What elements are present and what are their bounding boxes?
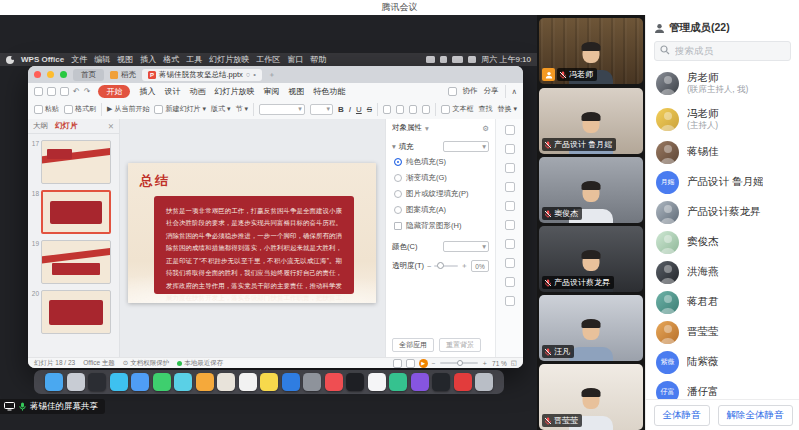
dock-app-icon[interactable] <box>217 373 235 391</box>
tab-document[interactable]: P 蒋锡佳脱贫攻坚总结.pptx ○ • <box>142 69 262 81</box>
ribbon-tab-animation[interactable]: 动画 <box>189 86 205 97</box>
member-row[interactable]: 月媱 产品设计 鲁月媱 <box>646 167 799 197</box>
option-hide-background[interactable]: 隐藏背景图形(H) <box>394 221 489 231</box>
new-slide-button[interactable]: 新建幻灯片▾ <box>154 104 206 114</box>
new-tab-button[interactable]: ＋ <box>268 70 276 80</box>
dock-app-icon[interactable] <box>153 373 171 391</box>
close-window-button[interactable] <box>34 71 41 78</box>
unmute-all-button[interactable]: 解除全体静音 <box>718 405 793 426</box>
transparency-slider[interactable] <box>434 265 457 267</box>
color-select[interactable]: ▾ <box>443 241 489 252</box>
member-row[interactable]: 洪海燕 <box>646 257 799 287</box>
option-solid-fill[interactable]: 纯色填充(S) <box>394 157 489 167</box>
more-tool-icon[interactable] <box>505 296 515 306</box>
slide-text-box[interactable]: 扶贫是一项非常艰巨的工作，打赢反贫困斗争是全面建设小康社会决胜阶段的要求，是逐步… <box>154 196 354 294</box>
normal-view-icon[interactable] <box>393 359 402 368</box>
doc-protect[interactable]: ⊙文档权限保护 <box>123 359 169 368</box>
collab-button[interactable]: 协作 <box>463 86 478 96</box>
video-tile[interactable]: 产品设计蔡龙昇 <box>539 226 643 292</box>
comment-tool-icon[interactable] <box>505 220 515 230</box>
control-center-icon[interactable] <box>468 56 476 63</box>
member-row[interactable]: 紫薇 陆紫薇 <box>646 347 799 377</box>
menu-edit[interactable]: 编辑 <box>94 54 110 65</box>
format-painter-button[interactable]: 格式刷 <box>64 104 96 114</box>
slide-thumbnail-19[interactable] <box>41 240 111 284</box>
tab-outline[interactable]: 大纲 <box>33 121 48 131</box>
italic-button[interactable]: I <box>349 105 351 114</box>
font-size-select[interactable]: ▾ <box>310 104 333 115</box>
member-row[interactable]: 房老师(联席主持人, 我) <box>646 65 799 101</box>
redo-icon[interactable]: ↷ <box>84 87 91 96</box>
dock-app-icon[interactable] <box>303 373 321 391</box>
numbered-list-icon[interactable] <box>396 105 404 114</box>
zoom-knob[interactable] <box>457 360 463 366</box>
menu-format[interactable]: 格式 <box>163 54 179 65</box>
dock-app-icon[interactable] <box>454 373 472 391</box>
tab-docer[interactable]: 稻壳 <box>110 70 136 80</box>
option-pattern-fill[interactable]: 图案填充(A) <box>394 205 489 215</box>
member-row[interactable]: 蒋君君 <box>646 287 799 317</box>
menu-tools[interactable]: 工具 <box>186 54 202 65</box>
template-tool-icon[interactable] <box>505 239 515 249</box>
screen-share-badge[interactable]: 蒋锡佳的屏幕共享 <box>0 399 105 414</box>
bold-button[interactable]: B <box>338 105 344 114</box>
dock-trash-icon[interactable] <box>475 373 493 391</box>
slide-thumbnail-18-selected[interactable] <box>41 190 111 234</box>
menu-clock[interactable]: 周六 上午9:10 <box>481 54 531 65</box>
gear-icon[interactable]: ⚙ <box>482 124 489 133</box>
dock-app-icon[interactable] <box>88 373 106 391</box>
undo-icon[interactable]: ↶ <box>73 87 80 96</box>
slide-sorter-icon[interactable] <box>406 359 415 368</box>
paste-button[interactable]: 粘贴 <box>34 104 59 114</box>
fit-screen-icon[interactable]: ◱ <box>511 359 517 367</box>
menu-slideshow[interactable]: 幻灯片放映 <box>209 54 249 65</box>
slide-thumbnail-20[interactable] <box>41 290 111 334</box>
find-button[interactable]: 查找 <box>478 104 492 114</box>
play-slideshow-button[interactable]: ▶ <box>419 359 428 368</box>
close-panel-icon[interactable]: ✕ <box>108 122 114 131</box>
menu-file[interactable]: 文件 <box>71 54 87 65</box>
dock-app-icon[interactable] <box>432 373 450 391</box>
shape-tool-icon[interactable] <box>505 182 515 192</box>
collapse-ribbon-icon[interactable]: ∧ <box>512 87 518 96</box>
ribbon-tab-insert[interactable]: 插入 <box>139 86 155 97</box>
textbox-button[interactable]: 文本框 <box>441 104 473 114</box>
zoom-slider[interactable] <box>440 362 478 364</box>
dock-app-icon[interactable] <box>239 373 257 391</box>
tab-home[interactable]: 首页 <box>73 69 104 81</box>
collapse-icon[interactable]: ▾ <box>392 142 396 151</box>
search-input[interactable] <box>654 41 791 61</box>
slide-canvas[interactable]: 总结 扶贫是一项非常艰巨的工作，打赢反贫困斗争是全面建设小康社会决胜阶段的要求，… <box>120 119 385 357</box>
video-tile[interactable]: 窦俊杰 <box>539 157 643 223</box>
preview-icon[interactable] <box>60 87 69 96</box>
animation-tool-icon[interactable] <box>505 144 515 154</box>
design-tool-icon[interactable] <box>505 258 515 268</box>
maximize-window-button[interactable] <box>60 71 67 78</box>
tab-slides[interactable]: 幻灯片 <box>55 121 78 131</box>
menu-view[interactable]: 视图 <box>117 54 133 65</box>
dock-app-icon[interactable] <box>282 373 300 391</box>
outline-tool-icon[interactable] <box>505 163 515 173</box>
align-icon[interactable] <box>409 105 417 114</box>
section-button[interactable]: 节▾ <box>235 104 248 114</box>
member-row[interactable]: 冯老师(主持人) <box>646 101 799 137</box>
ribbon-tab-slideshow[interactable]: 幻灯片放映 <box>214 86 254 97</box>
ribbon-tab-review[interactable]: 审阅 <box>263 86 279 97</box>
underline-button[interactable]: U <box>356 105 362 114</box>
line-spacing-icon[interactable] <box>422 105 430 114</box>
zoom-level[interactable]: 71 % <box>492 360 507 367</box>
history-tool-icon[interactable] <box>505 277 515 287</box>
dock-app-icon[interactable] <box>110 373 128 391</box>
video-tile[interactable]: 冯老师 <box>539 18 643 84</box>
dock-app-icon[interactable] <box>45 373 63 391</box>
slider-knob[interactable] <box>437 262 444 269</box>
ribbon-tab-start[interactable]: 开始 <box>98 85 130 98</box>
video-tile[interactable]: 晋莹莹 <box>539 364 643 430</box>
menu-help[interactable]: 帮助 <box>310 54 326 65</box>
mute-all-button[interactable]: 全体静音 <box>654 405 710 426</box>
zoom-out-icon[interactable]: − <box>432 360 436 367</box>
menu-window[interactable]: 窗口 <box>287 54 303 65</box>
play-from-current-button[interactable]: ▶从当前开始 <box>107 104 149 114</box>
minimize-window-button[interactable] <box>47 71 54 78</box>
share-button[interactable]: 分享 <box>484 86 499 96</box>
